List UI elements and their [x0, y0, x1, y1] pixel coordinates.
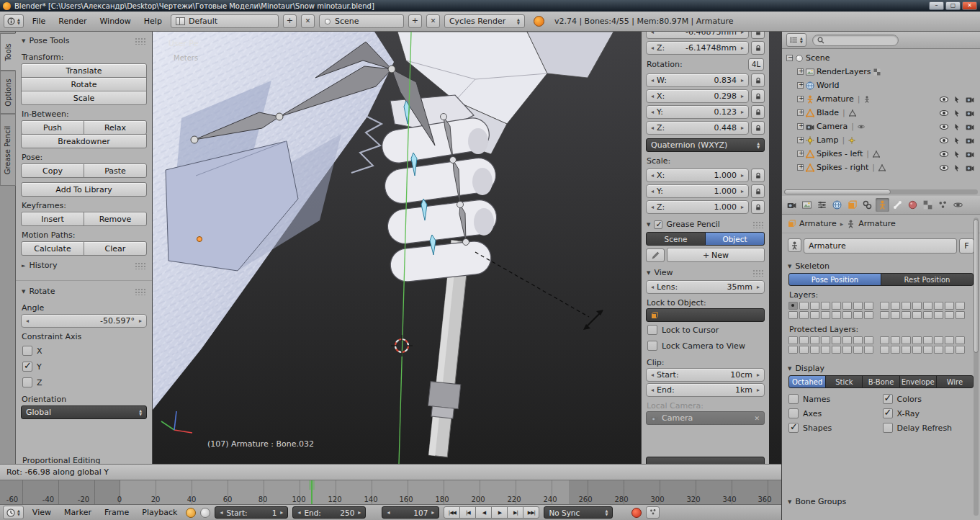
stepper-left-icon[interactable]: ◂ [26, 318, 29, 324]
layer-cell[interactable] [912, 336, 922, 344]
layer-cell[interactable] [945, 346, 954, 354]
bone-groups-panel-header[interactable]: ▼ Bone Groups [782, 493, 980, 508]
delete-scene-button[interactable] [426, 14, 440, 28]
close-button[interactable] [962, 1, 977, 10]
menu-frame[interactable]: Frame [100, 506, 133, 519]
browse-id-button[interactable] [788, 238, 801, 252]
clipped-bottom-field[interactable] [646, 457, 765, 464]
delay-refresh-checkbox[interactable] [883, 423, 893, 433]
next-keyframe-button[interactable]: ▶| [507, 506, 523, 519]
grease-pencil-checkbox[interactable] [654, 220, 662, 229]
layer-cell[interactable] [788, 311, 798, 319]
view-panel-header[interactable]: ▼ View [646, 265, 765, 280]
eye-icon[interactable] [940, 109, 948, 117]
tab-particles[interactable] [936, 198, 950, 212]
lock-button[interactable] [751, 200, 765, 214]
fingers-mesh[interactable] [379, 95, 498, 283]
layer-cell[interactable] [788, 346, 798, 354]
outliner-row-world[interactable]: World [782, 79, 980, 92]
frame-end-field[interactable]: ◂End: 250▸ [292, 506, 366, 519]
cursor-select-icon[interactable] [953, 151, 961, 158]
local-camera-field[interactable]: Camera [646, 411, 765, 425]
orientation-dropdown[interactable]: Global ▲▼ [21, 405, 147, 419]
xray-option[interactable]: X-Ray [883, 408, 974, 418]
lock-button[interactable] [751, 41, 765, 55]
names-option[interactable]: Names [788, 394, 880, 404]
lock-button[interactable] [751, 32, 765, 39]
scrollbar-thumb[interactable] [974, 219, 979, 353]
layer-cell[interactable] [934, 302, 943, 310]
display-panel-header[interactable]: ▼ Display [782, 359, 980, 375]
shapes-checkbox[interactable] [788, 423, 799, 433]
cursor-select-icon[interactable] [953, 164, 961, 171]
record-button[interactable] [631, 508, 642, 518]
layer-cell[interactable] [956, 336, 965, 344]
colors-checkbox[interactable] [883, 394, 893, 404]
axis-y-checkbox[interactable] [22, 362, 32, 372]
tab-scene[interactable] [815, 198, 829, 212]
scrollbar-thumb[interactable] [784, 189, 891, 194]
expand-icon[interactable] [797, 82, 804, 89]
rotation-z-field[interactable]: ◂Z:0.448▸ [646, 121, 749, 135]
vertical-scrollbar[interactable] [974, 218, 979, 516]
frame-start-field[interactable]: ◂Start: 1▸ [215, 506, 288, 519]
current-frame-playhead[interactable] [311, 480, 313, 504]
lock-button[interactable] [751, 184, 765, 198]
gp-new-button[interactable]: New [667, 248, 765, 262]
delay-refresh-option[interactable]: Delay Refresh [883, 423, 974, 433]
tab-bone[interactable] [891, 198, 904, 212]
axes-option[interactable]: Axes [788, 408, 880, 418]
layer-cell[interactable] [832, 346, 841, 354]
layer-cell[interactable] [934, 346, 943, 354]
layer-cell[interactable] [902, 302, 911, 310]
scale-y-field[interactable]: ◂Y:1.000▸ [646, 184, 749, 198]
layer-cell[interactable] [891, 302, 900, 310]
lock-to-cursor-row[interactable]: Lock to Cursor [647, 325, 763, 335]
play-button[interactable]: ▶ [491, 506, 508, 519]
tab-world[interactable] [830, 198, 844, 212]
layer-cell[interactable] [821, 302, 830, 310]
outliner-search-input[interactable] [812, 35, 899, 46]
history-panel-header[interactable]: ► History [21, 258, 147, 273]
axis-z-checkbox[interactable] [22, 377, 32, 387]
outliner-row-lamp[interactable]: Lamp [782, 133, 980, 147]
lock-button[interactable] [751, 89, 765, 103]
tab-constraints[interactable] [860, 198, 874, 212]
expand-icon[interactable] [797, 123, 804, 130]
minimize-button[interactable] [929, 1, 944, 10]
menu-render[interactable]: Render [54, 14, 91, 28]
editor-type-button[interactable]: ▲▼ [4, 14, 24, 28]
eye-icon[interactable] [940, 136, 948, 145]
layer-cell[interactable] [832, 311, 841, 319]
rotation-x-field[interactable]: ◂X:0.298▸ [646, 89, 749, 103]
timeline-editor-type-button[interactable]: ▲▼ [3, 506, 24, 519]
mode-wire[interactable]: Wire [936, 375, 974, 388]
layer-cell[interactable] [945, 302, 954, 310]
current-frame-field[interactable]: ◂107▸ [382, 506, 439, 519]
lock-camera-row[interactable]: Lock Camera to View [647, 341, 763, 351]
colors-option[interactable]: Colors [883, 394, 974, 404]
layer-cell[interactable] [934, 311, 943, 319]
layer-cell[interactable] [880, 311, 889, 319]
layer-cell[interactable] [810, 336, 819, 344]
audio-sync-button[interactable] [646, 506, 660, 519]
clear-paths-button[interactable]: Clear [84, 241, 147, 256]
menu-marker[interactable]: Marker [60, 506, 96, 519]
push-button[interactable]: Push [21, 120, 84, 135]
menu-window[interactable]: Window [95, 14, 135, 28]
eye-icon[interactable] [940, 95, 948, 104]
layer-cell[interactable] [853, 346, 863, 354]
layer-cell[interactable] [799, 336, 809, 344]
layer-cell[interactable] [912, 302, 922, 310]
tab-grease-pencil[interactable]: Grease Pencil [0, 114, 16, 186]
layer-cell[interactable] [880, 346, 889, 354]
names-checkbox[interactable] [788, 394, 799, 404]
lock-button[interactable] [751, 169, 765, 182]
breakdowner-button[interactable]: Breakdowner [21, 134, 147, 148]
layer-cell[interactable] [891, 336, 900, 344]
render-camera-icon[interactable] [966, 136, 974, 145]
outliner-row-spikes-left[interactable]: Spikes - left [782, 147, 980, 161]
cursor-select-icon[interactable] [953, 96, 961, 103]
layer-cell[interactable] [902, 346, 911, 354]
rotation-w-field[interactable]: ◂W:0.834▸ [646, 73, 749, 87]
